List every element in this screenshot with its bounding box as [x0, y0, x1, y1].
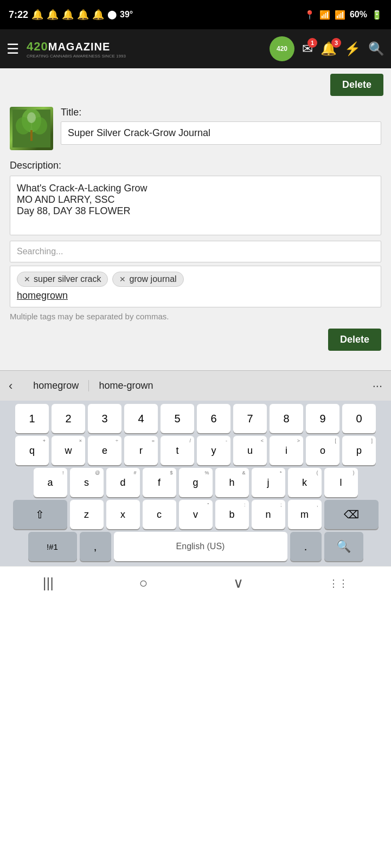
key-v[interactable]: "v — [179, 500, 213, 529]
keyboard-row-qwerty: +q ×w ÷e =r /t -y <u >i [o ]p — [2, 436, 389, 465]
chrome-icon: ⬤ — [107, 10, 117, 20]
signal-icon: 📶 — [335, 10, 345, 20]
suggestion-1[interactable]: homegrow — [23, 380, 89, 391]
search-keyboard-key[interactable]: 🔍 — [324, 532, 363, 561]
tags-container: ✕ super silver crack ✕ grow journal home… — [10, 266, 381, 307]
bell-icon-5: 🔔 — [92, 9, 104, 21]
tag-chip-2: ✕ grow journal — [112, 272, 183, 287]
key-0[interactable]: 0 — [342, 404, 376, 433]
key-h[interactable]: &h — [215, 468, 249, 497]
avatar-text: 420 — [277, 45, 287, 53]
tags-row: ✕ super silver crack ✕ grow journal — [17, 272, 374, 287]
key-l[interactable]: )l — [324, 468, 358, 497]
search-placeholder: Searching... — [17, 247, 63, 256]
shift-key[interactable]: ⇧ — [13, 500, 67, 529]
lightning-icon-wrap[interactable]: ⚡ — [344, 41, 361, 56]
symbols-key[interactable]: !#1 — [28, 532, 77, 561]
form-card: Title: Description: What's Crack-A-Lacki… — [0, 101, 391, 365]
svg-rect-4 — [30, 130, 33, 141]
description-text: What's Crack-A-Lacking Grow MO AND LARRY… — [17, 183, 148, 216]
bottom-nav: ||| ○ ∨ ⋮⋮ — [0, 566, 391, 600]
key-3[interactable]: 3 — [88, 404, 121, 433]
key-w[interactable]: ×w — [52, 436, 85, 465]
key-r[interactable]: =r — [124, 436, 158, 465]
description-section: Description: What's Crack-A-Lacking Grow… — [10, 160, 381, 235]
location-icon: 📍 — [304, 10, 315, 20]
bell-icon-4: 🔔 — [77, 9, 89, 21]
key-k[interactable]: (k — [288, 468, 322, 497]
tag-remove-1[interactable]: ✕ — [24, 275, 30, 284]
thumbnail-image — [10, 107, 53, 150]
nav-apps-icon[interactable]: ⋮⋮ — [329, 577, 348, 589]
key-o[interactable]: [o — [306, 436, 339, 465]
status-right: 📍 📶 📶 60% 🔋 — [304, 10, 382, 20]
key-t[interactable]: /t — [161, 436, 194, 465]
nav-lines-icon[interactable]: ||| — [43, 575, 54, 591]
tag-search-input[interactable]: Searching... — [10, 241, 381, 262]
key-d[interactable]: #d — [106, 468, 140, 497]
search-icon-wrap[interactable]: 🔍 — [368, 41, 384, 56]
tag-remove-2[interactable]: ✕ — [119, 275, 126, 284]
logo-text: 420MAGAZINE — [27, 40, 110, 53]
key-q[interactable]: +q — [15, 436, 49, 465]
key-x[interactable]: x — [106, 500, 140, 529]
key-n[interactable]: ;n — [252, 500, 285, 529]
bell-icon-wrap[interactable]: 🔔 3 — [321, 41, 337, 56]
delete-bottom-button[interactable]: Delete — [328, 329, 381, 351]
spacebar[interactable]: English (US) — [114, 532, 287, 561]
hamburger-menu[interactable]: ☰ — [7, 41, 19, 57]
key-8[interactable]: 8 — [270, 404, 303, 433]
key-p[interactable]: ]p — [342, 436, 376, 465]
key-g[interactable]: %g — [179, 468, 213, 497]
key-6[interactable]: 6 — [197, 404, 230, 433]
key-f[interactable]: $f — [143, 468, 176, 497]
comma-key[interactable]: , — [80, 532, 111, 561]
tag-input[interactable]: homegrown — [17, 290, 374, 301]
nav-bar: ☰ 420MAGAZINE CREATING CANNABIS AWARENES… — [0, 29, 391, 68]
title-input[interactable] — [61, 121, 381, 145]
tags-hint: Multiple tags may be separated by commas… — [10, 312, 381, 321]
key-i[interactable]: >i — [270, 436, 303, 465]
avatar[interactable]: 420 — [270, 36, 294, 61]
title-block: Title: — [61, 107, 381, 145]
description-box[interactable]: What's Crack-A-Lacking Grow MO AND LARRY… — [10, 176, 381, 235]
svg-point-5 — [27, 112, 36, 123]
key-9[interactable]: 9 — [306, 404, 339, 433]
bell-icon-2: 🔔 — [47, 9, 59, 21]
backspace-key[interactable]: ⌫ — [324, 500, 379, 529]
temperature: 39° — [120, 10, 133, 20]
key-y[interactable]: -y — [197, 436, 230, 465]
status-left: 7:22 🔔 🔔 🔔 🔔 🔔 ⬤ 39° — [9, 9, 133, 21]
key-4[interactable]: 4 — [124, 404, 158, 433]
lightning-icon: ⚡ — [344, 41, 361, 56]
key-1[interactable]: 1 — [15, 404, 49, 433]
key-a[interactable]: !a — [34, 468, 67, 497]
suggestion-2[interactable]: home-grown — [89, 380, 163, 391]
delete-bottom-area: Delete — [10, 329, 381, 356]
bell-badge: 3 — [331, 38, 341, 48]
title-row: Title: — [10, 107, 381, 150]
suggestions-more[interactable]: ··· — [373, 379, 382, 393]
keyboard-suggestions: ‹ homegrow home-grown ··· — [0, 370, 391, 401]
key-u[interactable]: <u — [233, 436, 267, 465]
key-z[interactable]: z — [70, 500, 104, 529]
key-b[interactable]: :b — [215, 500, 249, 529]
nav-icons: 420 ✉ 1 🔔 3 ⚡ 🔍 — [270, 36, 384, 61]
bell-icon-3: 🔔 — [62, 9, 74, 21]
key-m[interactable]: ,m — [288, 500, 322, 529]
keyboard-back-arrow[interactable]: ‹ — [9, 379, 12, 393]
period-key[interactable]: . — [290, 532, 322, 561]
nav-back-icon[interactable]: ∨ — [233, 575, 243, 591]
key-2[interactable]: 2 — [52, 404, 85, 433]
tag-chip-1: ✕ super silver crack — [17, 272, 108, 287]
key-s[interactable]: @s — [70, 468, 104, 497]
key-j[interactable]: *j — [252, 468, 285, 497]
key-5[interactable]: 5 — [161, 404, 194, 433]
keyboard-row-numbers: 1 2 3 4 5 6 7 8 9 0 — [2, 404, 389, 433]
key-7[interactable]: 7 — [233, 404, 267, 433]
mail-icon-wrap[interactable]: ✉ 1 — [302, 41, 313, 56]
key-e[interactable]: ÷e — [88, 436, 121, 465]
key-c[interactable]: c — [143, 500, 176, 529]
nav-home-icon[interactable]: ○ — [139, 575, 148, 591]
delete-top-button[interactable]: Delete — [330, 74, 383, 96]
